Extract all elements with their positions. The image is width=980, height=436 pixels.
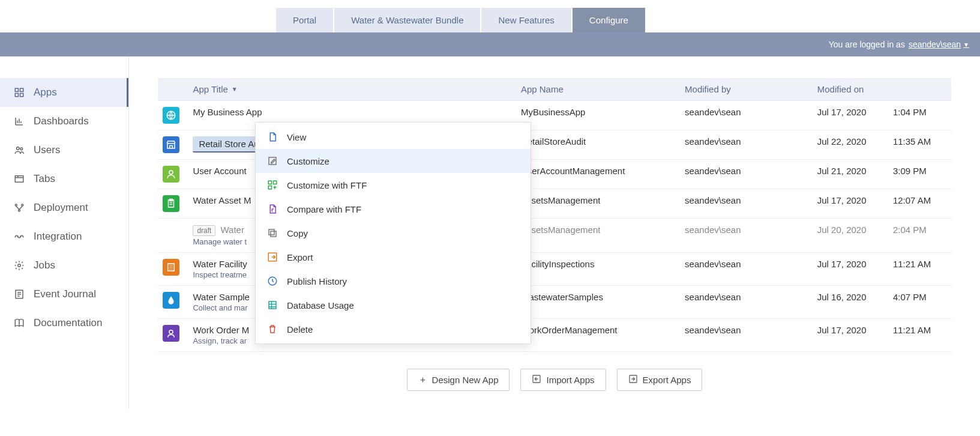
compare-icon [266,203,278,215]
login-username: seandev\sean [909,40,961,49]
sidebar-item-label: Users [34,144,60,156]
building-icon [163,259,179,276]
sidebar-item-jobs[interactable]: Jobs [0,251,128,280]
context-menu: ViewCustomizeCustomize with FTFCompare w… [255,122,531,344]
top-tab-new-features[interactable]: New Features [481,8,571,32]
svg-point-9 [19,210,20,211]
ctx-item-view[interactable]: View [256,125,531,149]
sidebar-item-event-journal[interactable]: Event Journal [0,280,128,309]
design-new-app-button[interactable]: ＋ Design New App [407,369,510,391]
sidebar-item-documentation[interactable]: Documentation [0,309,128,338]
ctx-item-copy[interactable]: Copy [256,221,531,245]
database-icon [266,299,278,311]
export-icon [266,251,278,263]
grid-icon [13,86,25,98]
edit-icon [266,155,278,167]
app-name-cell: RetailStoreAudit [516,130,680,160]
ctx-item-publish-history[interactable]: Publish History [256,269,531,293]
sidebar-item-label: Documentation [34,317,102,329]
store-icon [163,136,179,153]
export-apps-button[interactable]: Export Apps [617,369,703,391]
login-prefix: You are logged in as [829,40,905,49]
app-title-text: Water Sample [193,292,249,302]
app-title-text: Work Order M [193,325,249,335]
tabs-icon [13,173,25,185]
svg-point-10 [18,264,21,267]
col-header-name[interactable]: App Name [516,78,680,101]
sidebar-item-users[interactable]: Users [0,136,128,165]
modified-by-cell: seandev\sean [680,319,813,352]
sidebar-item-apps[interactable]: Apps [0,78,128,107]
svg-rect-0 [15,88,18,91]
app-title-text: Water [220,225,244,235]
draft-badge: draft [193,225,215,236]
ctx-item-label: Customize [287,156,329,166]
import-apps-button[interactable]: Import Apps [520,369,606,391]
users-icon [13,144,25,156]
modified-time-cell: 4:07 PM [888,286,951,319]
col-header-title[interactable]: App Title ▼ [193,84,237,94]
svg-rect-26 [269,301,276,309]
sidebar-item-label: Apps [34,86,57,98]
col-header-by[interactable]: Modified by [680,78,813,101]
app-title-text: User Account [193,166,246,176]
modified-by-cell: seandev\sean [680,189,813,219]
app-name-cell: WastewaterSamples [516,286,680,319]
modified-time-cell: 11:35 AM [888,130,951,160]
copy-icon [266,227,278,239]
svg-rect-16 [168,264,175,271]
ctx-item-delete[interactable]: Delete [256,317,531,341]
modified-time-cell: 12:07 AM [888,189,951,219]
col-title-label: App Title [193,84,227,94]
sidebar-item-label: Jobs [34,259,55,271]
sidebar-item-dashboards[interactable]: Dashboards [0,107,128,136]
sidebar-item-tabs[interactable]: Tabs [0,165,128,193]
app-name-cell: FacilityInspections [516,253,680,286]
ctx-item-label: Customize with FTF [287,180,367,190]
history-icon [266,275,278,287]
app-title-text: My Business App [193,107,262,117]
top-tab-configure[interactable]: Configure [573,8,645,32]
ctx-item-label: Copy [287,228,308,238]
modified-date-cell: Jul 22, 2020 [813,130,888,160]
sidebar-item-deployment[interactable]: Deployment [0,193,128,222]
svg-rect-3 [20,94,23,97]
export-btn-label: Export Apps [643,375,691,385]
sidebar-item-label: Deployment [34,202,88,214]
modified-date-cell: Jul 17, 2020 [813,253,888,286]
top-tab-water-wastewater-bundle[interactable]: Water & Wastewater Bundle [334,8,480,32]
ctx-item-label: View [287,132,306,142]
modified-by-cell: seandev\sean [680,160,813,189]
app-name-cell: AssetsManagement [516,189,680,219]
sidebar: AppsDashboardsUsersTabsDeploymentIntegra… [0,56,129,409]
col-header-on[interactable]: Modified on [813,78,888,101]
user-login-strip: You are logged in as seandev\sean ▼ [0,32,980,56]
ctx-item-label: Publish History [287,276,347,286]
worker-icon [163,325,179,342]
modified-date-cell: Jul 17, 2020 [813,101,888,130]
ctx-item-database-usage[interactable]: Database Usage [256,293,531,317]
svg-rect-21 [268,186,271,189]
app-name-cell: WorkOrderManagement [516,319,680,352]
login-user-dropdown[interactable]: seandev\sean ▼ [909,40,969,49]
modified-date-cell: Jul 16, 2020 [813,286,888,319]
ctx-item-customize-with-ftf[interactable]: Customize with FTF [256,173,531,197]
app-title-text: Water Facility [193,259,247,269]
drop-icon [163,292,179,309]
design-btn-label: Design New App [432,375,499,385]
ctx-item-export[interactable]: Export [256,245,531,269]
top-tab-portal[interactable]: Portal [276,8,333,32]
sidebar-item-label: Integration [34,231,82,243]
top-tab-bar: PortalWater & Wastewater BundleNew Featu… [0,0,980,32]
svg-point-17 [169,330,173,334]
modified-by-cell: seandev\sean [680,253,813,286]
modified-time-cell: 11:21 AM [888,319,951,352]
svg-rect-2 [15,94,18,97]
sidebar-item-integration[interactable]: Integration [0,222,128,251]
ctx-item-label: Delete [287,324,313,335]
ctx-item-customize[interactable]: Customize [256,149,531,173]
ctx-item-compare-with-ftf[interactable]: Compare with FTF [256,197,531,221]
caret-down-icon: ▼ [963,41,969,48]
app-title-text: Water Asset M [193,195,251,205]
app-name-cell: UserAccountManagement [516,160,680,189]
